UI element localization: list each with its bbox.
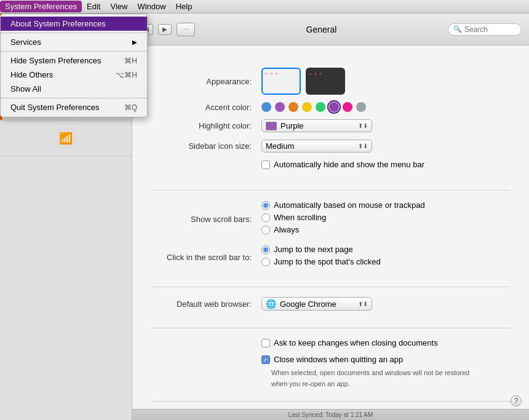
browser-section: Default web browser: 🌐 Google Chrome ⬆⬇ <box>151 287 511 328</box>
hide-shortcut: ⌘H <box>124 57 137 65</box>
scroll-label: Show scroll bars: <box>151 215 261 224</box>
highlight-row: Highlight color: Purple ⬆⬇ <box>151 119 511 132</box>
menu-divider <box>1 33 147 33</box>
menu-divider-3 <box>1 98 147 98</box>
search-input[interactable] <box>464 25 514 34</box>
highlight-value: Purple <box>280 121 304 130</box>
hide-others-shortcut: ⌥⌘H <box>116 71 137 79</box>
toolbar: ◀ ▶ ⋯ General 🔍 <box>132 14 529 46</box>
accent-colors <box>261 102 366 112</box>
scroll-auto-circle <box>261 201 270 210</box>
highlight-select[interactable]: Purple ⬆⬇ <box>261 119 372 132</box>
search-icon: 🔍 <box>453 25 462 33</box>
scroll-when-circle <box>261 213 270 222</box>
sidebar-icon-4: 📶 <box>55 127 77 149</box>
sidebar-size-arrow: ⬆⬇ <box>358 143 368 149</box>
status-text: Last Synced: Today at 1:21 AM <box>288 411 373 418</box>
sidebar-size-value: Medium <box>266 141 294 151</box>
click-spot-label: Jump to the spot that's clicked <box>274 257 381 266</box>
scroll-always-circle <box>261 226 270 234</box>
close-windows-box: ✓ <box>261 355 270 364</box>
forward-button[interactable]: ▶ <box>158 24 172 35</box>
appearance-row: Appearance: <box>151 68 511 95</box>
click-next-circle <box>261 245 270 254</box>
menu-divider-2 <box>1 51 147 52</box>
click-scroll-label: Click in the scroll bar to: <box>151 253 261 262</box>
scroll-row: Show scroll bars: Automatically based on… <box>151 200 511 237</box>
sidebar-size-select[interactable]: Medium ⬆⬇ <box>261 140 372 153</box>
search-box[interactable]: 🔍 <box>448 23 522 36</box>
appearance-light[interactable] <box>261 68 301 95</box>
click-options: Jump to the next page Jump to the spot t… <box>261 245 381 269</box>
show-all-menu-item[interactable]: Show All <box>1 82 147 96</box>
quit-menu-item[interactable]: Quit System Preferences ⌘Q <box>1 100 147 114</box>
accent-pink-purple[interactable] <box>329 102 339 112</box>
highlight-label: Highlight color: <box>151 121 261 130</box>
scroll-options: Automatically based on mouse or trackpad… <box>261 200 425 237</box>
close-windows-label: Close windows when quitting an app <box>274 355 403 364</box>
close-note-1: When selected, open documents and window… <box>271 369 511 376</box>
browser-value: Google Chrome <box>280 299 336 309</box>
menu-bar: System Preferences Edit View Window Help <box>0 0 529 14</box>
highlight-swatch <box>266 122 277 130</box>
content-area: Appearance: Accent color: <box>132 46 529 420</box>
auto-hide-checkbox[interactable]: Automatically hide and show the menu bar <box>261 160 424 169</box>
click-spot-circle <box>261 258 270 266</box>
highlight-arrow: ⬆⬇ <box>358 122 368 129</box>
browser-select[interactable]: 🌐 Google Chrome ⬆⬇ <box>261 297 372 311</box>
close-windows-checkbox[interactable]: ✓ Close windows when quitting an app <box>261 355 403 364</box>
click-next-radio[interactable]: Jump to the next page <box>261 245 381 254</box>
ask-keep-row: Ask to keep changes when closing documen… <box>151 338 511 351</box>
appearance-dark[interactable] <box>306 68 345 95</box>
accent-gray[interactable] <box>356 102 366 112</box>
documents-section: Ask to keep changes when closing documen… <box>151 328 511 402</box>
scroll-always-label: Always <box>274 225 299 234</box>
submenu-arrow: ▶ <box>132 39 137 46</box>
appearance-label: Appearance: <box>151 77 261 86</box>
accent-pink[interactable] <box>343 102 352 112</box>
quit-shortcut: ⌘Q <box>124 103 137 112</box>
accent-purple[interactable] <box>275 102 285 112</box>
accent-green[interactable] <box>316 102 325 112</box>
scroll-when-label: When scrolling <box>274 213 326 222</box>
browser-arrow: ⬆⬇ <box>358 301 368 307</box>
chrome-icon: 🌐 <box>266 299 276 309</box>
hide-others-menu-item[interactable]: Hide Others ⌥⌘H <box>1 68 147 82</box>
grid-button[interactable]: ⋯ <box>177 23 195 36</box>
sidebar-size-label: Sidebar icon size: <box>151 141 261 151</box>
auto-hide-row: Automatically hide and show the menu bar <box>151 160 511 173</box>
close-windows-row: ✓ Close windows when quitting an app <box>151 355 511 368</box>
appearance-section: Appearance: Accent color: <box>151 58 511 191</box>
hide-menu-item[interactable]: Hide System Preferences ⌘H <box>1 53 147 68</box>
scroll-always-radio[interactable]: Always <box>261 225 425 234</box>
sidebar-item-4[interactable]: 📶 <box>0 121 132 156</box>
toolbar-title: General <box>200 25 443 34</box>
status-bar: Last Synced: Today at 1:21 AM <box>132 409 529 420</box>
click-spot-radio[interactable]: Jump to the spot that's clicked <box>261 257 381 266</box>
window-menu[interactable]: Window <box>132 1 170 12</box>
sidebar-size-row: Sidebar icon size: Medium ⬆⬇ <box>151 140 511 153</box>
scroll-section: Show scroll bars: Automatically based on… <box>151 191 511 287</box>
browser-row: Default web browser: 🌐 Google Chrome ⬆⬇ <box>151 297 511 311</box>
help-button[interactable]: ? <box>511 395 522 406</box>
about-menu-item[interactable]: About System Preferences <box>1 17 147 31</box>
view-menu[interactable]: View <box>105 1 132 12</box>
close-note-2: when you re-open an app. <box>271 380 511 387</box>
accent-yellow[interactable] <box>302 102 312 112</box>
app-dropdown-menu: About System Preferences Services ▶ Hide… <box>0 14 148 117</box>
click-next-label: Jump to the next page <box>274 245 353 254</box>
accent-row: Accent color: <box>151 102 511 112</box>
edit-menu[interactable]: Edit <box>82 1 105 12</box>
accent-orange[interactable] <box>288 102 298 112</box>
services-menu-item[interactable]: Services ▶ <box>1 35 147 49</box>
ask-keep-box <box>261 339 270 347</box>
scroll-when-radio[interactable]: When scrolling <box>261 213 425 222</box>
accent-blue[interactable] <box>261 102 271 112</box>
scroll-auto-label: Automatically based on mouse or trackpad <box>274 200 425 210</box>
ask-keep-checkbox[interactable]: Ask to keep changes when closing documen… <box>261 338 438 347</box>
main-window: ◀ ▶ ⋯ General 🔍 Appearance: Accent color… <box>132 14 529 420</box>
scroll-auto-radio[interactable]: Automatically based on mouse or trackpad <box>261 200 425 210</box>
help-menu[interactable]: Help <box>171 1 197 12</box>
app-menu[interactable]: System Preferences <box>0 1 82 12</box>
accent-label: Accent color: <box>151 103 261 112</box>
